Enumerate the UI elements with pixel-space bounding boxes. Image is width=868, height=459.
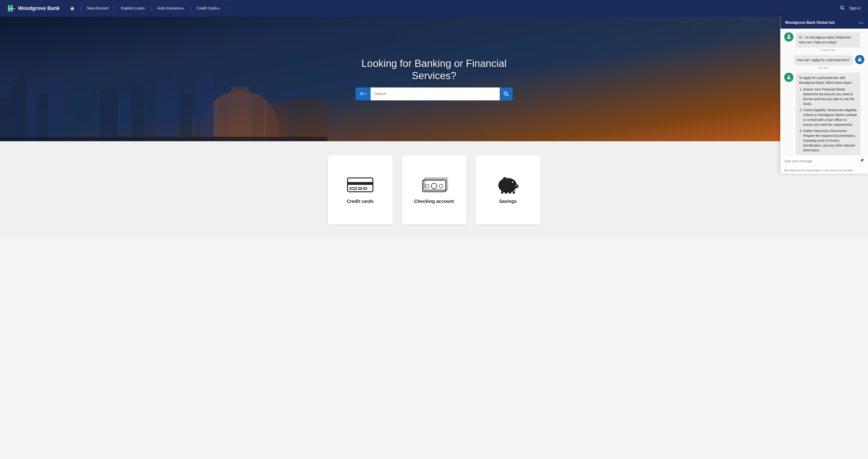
send-icon [859,158,864,163]
svg-rect-46 [501,191,503,194]
svg-rect-17 [146,91,155,141]
chatbot-input[interactable] [784,159,857,163]
service-card-checking[interactable]: Checking account [402,155,466,224]
search-input[interactable] [371,88,499,100]
chatbot-title: Woodgrove Bank Global bot [785,21,835,25]
svg-rect-30 [347,182,373,185]
bot-message-2: To apply for a personal loan with Woodgr… [784,73,864,155]
nav-div-1: | [80,5,82,11]
svg-rect-9 [22,65,26,141]
svg-rect-32 [359,188,362,190]
chatbot-messages[interactable]: Hi , I'm Woodgrove Bank Global bot! How … [780,29,868,155]
city-skyline [0,54,328,141]
svg-rect-35 [424,179,447,191]
chatbot-input-area [780,155,868,167]
chatbot-minimize-button[interactable]: — [859,20,863,25]
svg-point-3 [840,6,843,9]
service-card-credit-cards[interactable]: Credit cards [328,155,393,224]
chatbot-footer: Bot responses are AI-generated so inaccu… [780,167,868,173]
piggy-bank-icon [494,175,522,194]
nav-div-5: | [225,5,226,11]
svg-rect-20 [196,76,214,141]
step-3: Gather Necessary Documents: Prepare the … [803,129,857,153]
svg-point-54 [859,58,861,60]
credit-card-icon [346,175,374,194]
nav-explore-loans[interactable]: Explore Loans [120,6,146,10]
user-message-1: How can I apply for a personal loan? Jus… [784,55,864,69]
search-icon [840,5,845,10]
service-label-credit-cards: Credit cards [347,199,374,204]
svg-rect-34 [423,180,446,192]
nav-home[interactable]: 🏠 [69,6,75,11]
svg-point-40 [498,178,517,193]
step-2: Check Eligibility: Review the eligibilit… [803,108,857,127]
step-1: Assess Your Financial Needs: Determine t… [803,87,857,106]
signin-link[interactable]: Sign in [849,6,861,10]
bot-message-2-steps: Assess Your Financial Needs: Determine t… [799,87,857,155]
chatbot-send-button[interactable] [859,158,864,164]
svg-rect-24 [266,102,288,141]
svg-rect-15 [118,98,129,141]
svg-rect-23 [251,93,264,141]
bot-icon-2 [786,74,792,80]
chatbot-panel: Woodgrove Bank Global bot — Hi , I'm Woo… [780,17,868,173]
search-all-button[interactable]: All [355,88,371,100]
service-label-checking: Checking account [414,199,454,204]
navbar: Woodgrove Bank 🏠 | New Account | Explore… [0,0,868,17]
search-submit-button[interactable] [500,88,513,100]
svg-rect-50 [506,178,509,179]
svg-rect-22 [231,87,249,141]
nav-div-2: | [114,5,116,11]
search-bar: All [355,88,513,100]
svg-marker-10 [28,71,35,141]
user-time-1: Just now [794,66,853,69]
bot-avatar-1 [784,32,794,41]
svg-rect-48 [509,191,511,194]
svg-line-28 [507,95,508,96]
svg-point-55 [788,75,790,77]
svg-point-27 [504,92,507,95]
service-label-savings: Savings [499,199,517,204]
svg-point-51 [788,35,790,37]
nav-links: 🏠 | New Account | Explore Loans | Auto I… [69,5,840,11]
bot-bubble-1: Hi , I'm Woodgrove Bank Global bot! How … [796,32,860,47]
svg-rect-12 [48,83,63,141]
bot-avatar-2 [784,73,794,82]
nav-actions: Sign in [840,5,861,11]
svg-rect-2 [8,8,15,9]
bot-message-1: Hi , I'm Woodgrove Bank Global bot! How … [784,32,864,51]
svg-rect-31 [350,188,356,190]
svg-rect-49 [513,191,515,194]
svg-rect-33 [364,188,367,190]
bot-message-1-content: Hi , I'm Woodgrove Bank Global bot! How … [796,32,860,51]
svg-line-4 [843,8,844,10]
svg-point-44 [512,182,513,183]
hero-title: Looking for Banking or Financial Service… [353,58,515,82]
svg-rect-26 [0,137,328,141]
svg-point-39 [439,184,443,188]
svg-point-38 [425,184,429,188]
bot-time-1: A minute ago [796,48,860,51]
service-card-savings[interactable]: Savings [476,155,540,224]
hero-content: Looking for Banking or Financial Service… [353,58,515,82]
hero-section: Looking for Banking or Financial Service… [0,17,868,141]
user-message-1-content: How can I apply for a personal loan? Jus… [794,55,853,69]
bot-bubble-2: To apply for a personal loan with Woodgr… [796,73,860,155]
cash-icon [420,175,448,194]
svg-rect-18 [157,80,177,141]
svg-rect-16 [131,85,144,141]
nav-new-account[interactable]: New Account [86,6,110,10]
svg-rect-25 [290,98,328,141]
logo[interactable]: Woodgrove Bank [7,4,60,12]
logo-icon [7,4,16,12]
nav-credit-cards[interactable]: Credit Cards [196,6,220,10]
svg-rect-19 [179,93,192,141]
svg-point-45 [503,177,507,182]
svg-rect-14 [100,89,118,141]
nav-auto-insurance[interactable]: Auto Insurance [156,6,185,10]
search-submit-icon [504,91,509,96]
nav-search-button[interactable] [840,5,845,11]
svg-rect-21 [218,98,229,141]
svg-point-13 [73,71,93,124]
svg-rect-11 [37,93,48,141]
